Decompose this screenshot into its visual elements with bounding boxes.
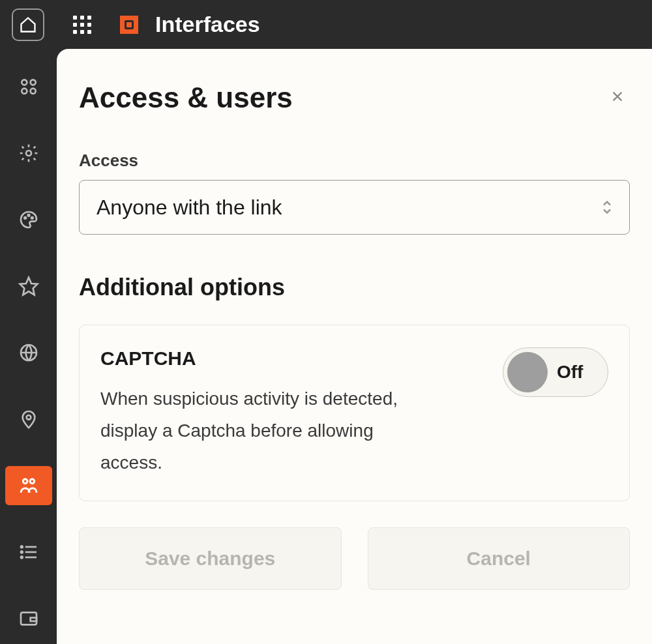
globe-icon	[18, 342, 39, 363]
cancel-button-label: Cancel	[467, 548, 531, 570]
svg-point-5	[24, 217, 26, 219]
svg-point-3	[30, 89, 35, 94]
svg-point-10	[26, 415, 31, 420]
chevron-up-down-icon	[602, 200, 612, 214]
sidebar-item-billing[interactable]	[5, 599, 52, 638]
star-icon	[18, 276, 39, 297]
svg-point-16	[21, 546, 23, 548]
captcha-option-card: CAPTCHA When suspicious activity is dete…	[79, 325, 630, 501]
wallet-icon	[18, 608, 39, 629]
svg-point-11	[23, 479, 27, 484]
toggle-state-label: Off	[557, 362, 583, 383]
sidebar-item-location[interactable]	[5, 400, 52, 439]
palette-icon	[18, 209, 39, 230]
save-button[interactable]: Save changes	[79, 527, 342, 590]
access-select[interactable]: Anyone with the link	[79, 180, 630, 235]
captcha-toggle[interactable]: Off	[503, 347, 608, 397]
sidebar-item-favorites[interactable]	[5, 267, 52, 306]
additional-options-heading: Additional options	[79, 274, 630, 301]
sidebar-item-theme[interactable]	[5, 200, 52, 239]
svg-point-6	[27, 214, 29, 216]
sidebar	[0, 49, 57, 644]
sidebar-item-domain[interactable]	[5, 333, 52, 372]
sidebar-item-access-users[interactable]	[5, 466, 52, 505]
toggle-thumb-icon	[507, 352, 548, 392]
svg-rect-20	[30, 618, 36, 621]
sidebar-item-list[interactable]	[5, 533, 52, 572]
top-bar: Interfaces	[0, 0, 652, 49]
page-title: Interfaces	[155, 12, 260, 37]
list-icon	[18, 542, 39, 563]
svg-marker-8	[20, 278, 37, 295]
components-icon	[18, 76, 39, 97]
home-button[interactable]	[12, 8, 44, 41]
location-pin-icon	[18, 409, 39, 430]
svg-point-0	[22, 80, 27, 85]
cancel-button[interactable]: Cancel	[368, 527, 630, 590]
svg-point-1	[30, 80, 35, 85]
access-label: Access	[79, 151, 630, 171]
close-icon	[610, 89, 625, 104]
users-icon	[18, 475, 39, 496]
svg-point-12	[30, 479, 35, 484]
gear-icon	[18, 143, 39, 164]
svg-point-18	[21, 557, 23, 559]
save-button-label: Save changes	[145, 548, 275, 570]
close-button[interactable]	[605, 82, 630, 113]
svg-point-17	[21, 551, 23, 553]
panel-title: Access & users	[79, 81, 293, 114]
sidebar-item-settings[interactable]	[5, 134, 52, 173]
captcha-title: CAPTCHA	[100, 347, 484, 370]
main-panel: Access & users Access Anyone with the li…	[57, 49, 652, 644]
svg-point-7	[31, 217, 33, 219]
captcha-description: When suspicious activity is detected, di…	[100, 383, 439, 478]
apps-grid-icon[interactable]	[73, 16, 91, 34]
sidebar-item-components[interactable]	[5, 67, 52, 106]
access-select-value: Anyone with the link	[96, 196, 282, 220]
svg-point-4	[26, 151, 31, 156]
home-icon	[19, 16, 37, 34]
app-logo-icon	[120, 16, 138, 34]
svg-point-2	[22, 89, 27, 94]
